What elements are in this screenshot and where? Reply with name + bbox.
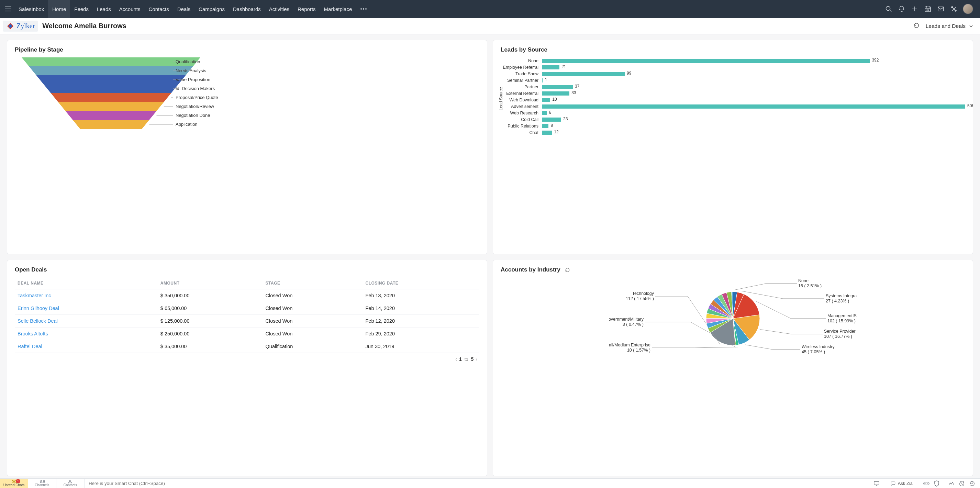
pager-to-label: to xyxy=(465,357,468,362)
refresh-icon[interactable] xyxy=(913,22,920,30)
pie-label-value: 3 ( 0.47% ) xyxy=(623,322,644,327)
leads-row: Web Download10 xyxy=(501,97,965,103)
funnel-band xyxy=(44,84,179,93)
menu-icon[interactable] xyxy=(2,3,14,15)
search-icon[interactable] xyxy=(885,5,893,13)
view-dropdown[interactable]: Leads and Deals xyxy=(926,23,973,29)
deal-name-link[interactable]: Brooks Altofts xyxy=(15,327,158,340)
top-nav: SalesInbox HomeFeedsLeadsAccountsContact… xyxy=(0,0,980,18)
plus-icon[interactable] xyxy=(911,5,919,13)
leads-category: Partner xyxy=(501,84,542,89)
table-row: Selle Bellock Deal$ 125,000.00Closed Won… xyxy=(15,315,479,327)
deal-amount: $ 35,000.00 xyxy=(158,340,263,353)
leads-value: 23 xyxy=(563,116,568,121)
nav-item-home[interactable]: Home xyxy=(48,0,70,18)
nav-item-campaigns[interactable]: Campaigns xyxy=(194,0,229,18)
nav-item-dashboards[interactable]: Dashboards xyxy=(229,0,265,18)
table-row: Raftel Deal$ 35,000.00QualificationJun 3… xyxy=(15,340,479,353)
pie-label: None xyxy=(798,278,808,283)
deal-name-link[interactable]: Raftel Deal xyxy=(15,340,158,353)
nav-item-activities[interactable]: Activities xyxy=(265,0,293,18)
view-dropdown-label: Leads and Deals xyxy=(926,23,966,29)
deal-amount: $ 250,000.00 xyxy=(158,327,263,340)
deal-date: Feb 14, 2020 xyxy=(363,302,479,315)
pie-label-value: 107 ( 16.77% ) xyxy=(824,334,852,339)
svg-point-2 xyxy=(365,8,367,10)
pager-next-icon[interactable]: › xyxy=(476,356,477,362)
nav-item-contacts[interactable]: Contacts xyxy=(145,0,173,18)
nav-item-accounts[interactable]: Accounts xyxy=(115,0,145,18)
funnel-label: Application xyxy=(176,122,197,127)
leads-value: 1 xyxy=(545,77,547,82)
funnel-label: Id. Decision Makers xyxy=(176,86,215,91)
leads-row: Advertisement506 xyxy=(501,103,965,110)
leads-row: Public Relations8 xyxy=(501,123,965,129)
leads-bar xyxy=(542,105,965,109)
table-row: Brooks Altofts$ 250,000.00Closed WonFeb … xyxy=(15,327,479,340)
leads-bar xyxy=(542,124,549,128)
leads-row: None392 xyxy=(501,57,965,64)
deals-col: DEAL NAME xyxy=(15,277,158,289)
leads-row: Trade Show99 xyxy=(501,70,965,77)
funnel-band xyxy=(51,93,171,102)
mail-icon[interactable] xyxy=(937,5,945,13)
avatar[interactable] xyxy=(963,4,973,14)
dashboard-content: Pipeline by Stage QualificationNeeds Ana… xyxy=(0,34,980,478)
leads-category: None xyxy=(501,59,542,63)
leads-bar xyxy=(542,85,573,89)
deal-stage: Closed Won xyxy=(263,327,363,340)
pie-label: Wireless Industry xyxy=(802,344,835,349)
nav-item-leads[interactable]: Leads xyxy=(93,0,115,18)
deal-amount: $ 350,000.00 xyxy=(158,289,263,302)
nav-more-icon[interactable] xyxy=(356,8,371,10)
leads-value: 33 xyxy=(571,91,576,95)
deal-name-link[interactable]: Erinn Gilhooy Deal xyxy=(15,302,158,315)
deal-stage: Closed Won xyxy=(263,315,363,327)
leads-value: 6 xyxy=(549,110,552,115)
pager-prev-icon[interactable]: ‹ xyxy=(455,356,457,362)
nav-items: HomeFeedsLeadsAccountsContactsDealsCampa… xyxy=(48,0,356,18)
funnel-band xyxy=(73,120,150,129)
org-logo[interactable]: Zylker xyxy=(3,21,38,32)
nav-brand[interactable]: SalesInbox xyxy=(14,0,48,18)
nav-item-reports[interactable]: Reports xyxy=(293,0,320,18)
leads-value: 8 xyxy=(550,123,553,128)
leads-bar xyxy=(542,98,550,102)
pie-label-value: 27 ( 4.23% ) xyxy=(826,299,849,304)
card-title-pipeline: Pipeline by Stage xyxy=(15,46,479,53)
leads-category: Public Relations xyxy=(501,124,542,129)
funnel-label: Qualification xyxy=(176,59,200,64)
leads-row: Seminar Partner1 xyxy=(501,77,965,84)
calendar-icon[interactable]: 31 xyxy=(924,5,932,13)
chevron-down-icon xyxy=(969,24,973,28)
deal-stage: Closed Won xyxy=(263,289,363,302)
pie-label-value: 16 ( 2.51% ) xyxy=(798,283,822,288)
leads-value: 99 xyxy=(627,71,631,76)
bell-icon[interactable] xyxy=(897,5,906,13)
svg-text:31: 31 xyxy=(926,9,929,11)
card-pipeline: Pipeline by Stage QualificationNeeds Ana… xyxy=(7,40,487,254)
funnel-label: Proposal/Price Quote xyxy=(176,95,218,100)
deal-name-link[interactable]: Selle Bellock Deal xyxy=(15,315,158,327)
leads-category: Cold Call xyxy=(501,117,542,122)
pie-chart: None16 ( 2.51% )Systems Integrator27 ( 4… xyxy=(501,277,965,360)
funnel-band xyxy=(29,66,193,75)
card-title-deals: Open Deals xyxy=(15,266,479,273)
page-title: Welcome Amelia Burrows xyxy=(42,22,126,30)
leads-value: 10 xyxy=(552,97,557,102)
pie-label: Technology xyxy=(632,291,654,296)
pie-label: Service Provider xyxy=(824,329,856,334)
nav-item-deals[interactable]: Deals xyxy=(173,0,194,18)
card-leads: Leads by Source Lead Source None392Emplo… xyxy=(493,40,973,254)
leads-category: Chat xyxy=(501,130,542,135)
leads-category: Seminar Partner xyxy=(501,78,542,83)
deal-name-link[interactable]: Taskmaster Inc xyxy=(15,289,158,302)
refresh-accounts-icon[interactable] xyxy=(565,267,570,272)
leads-category: Employee Referral xyxy=(501,65,542,70)
funnel-band xyxy=(66,111,157,120)
leads-row: Cold Call23 xyxy=(501,116,965,123)
tools-icon[interactable] xyxy=(950,5,958,13)
deal-amount: $ 65,000.00 xyxy=(158,302,263,315)
nav-item-feeds[interactable]: Feeds xyxy=(70,0,93,18)
nav-item-marketplace[interactable]: Marketplace xyxy=(320,0,356,18)
